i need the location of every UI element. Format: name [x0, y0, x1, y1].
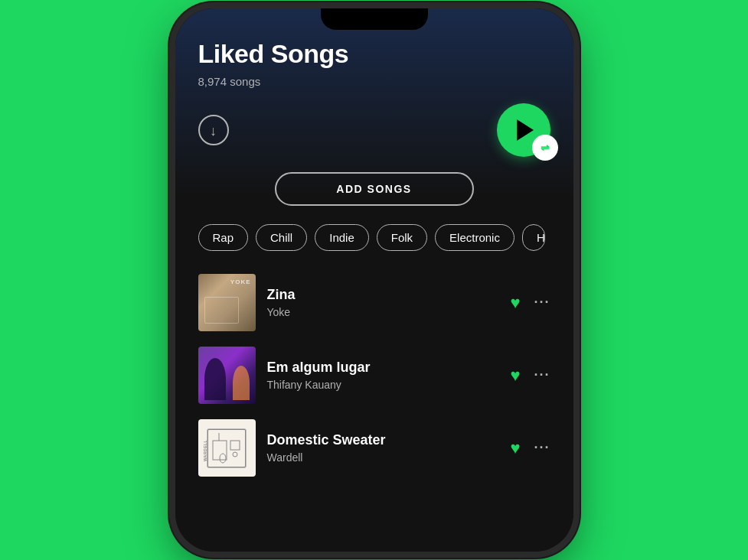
top-controls: ↓ ⇌ [198, 103, 550, 157]
more-button-domestic-sweater[interactable]: ··· [534, 440, 550, 456]
song-actions-domestic-sweater: ♥ ··· [510, 438, 550, 458]
song-title-zina: Zina [267, 287, 499, 303]
phone-frame: Liked Songs 8,974 songs ↓ ⇌ ADD SONGS [175, 8, 573, 552]
play-icon [517, 119, 534, 141]
domestic-art-svg [204, 425, 250, 471]
download-button[interactable]: ↓ [198, 115, 229, 145]
album-art-domestic-sweater: WARDELL [198, 419, 256, 477]
song-title-domestic-sweater: Domestic Sweater [267, 432, 499, 448]
song-info-em-algum-lugar: Em algum lugar Thifany Kauany [267, 360, 499, 391]
song-artist-domestic-sweater: Wardell [267, 451, 499, 464]
download-icon: ↓ [210, 124, 217, 138]
svg-point-4 [233, 452, 237, 457]
add-songs-button[interactable]: ADD SONGS [275, 172, 474, 206]
album-art-zina [198, 274, 256, 331]
song-item-zina[interactable]: Zina Yoke ♥ ··· [198, 266, 550, 339]
song-title-em-algum-lugar: Em algum lugar [267, 360, 499, 376]
more-button-zina[interactable]: ··· [534, 295, 550, 311]
page-title: Liked Songs [198, 39, 550, 69]
genre-chip-electronic[interactable]: Electronic [435, 224, 514, 251]
svg-rect-0 [207, 429, 246, 467]
genre-chip-indie[interactable]: Indie [315, 224, 369, 251]
genre-chip-rap[interactable]: Rap [198, 224, 249, 251]
genre-filter-bar: Rap Chill Indie Folk Electronic H [198, 224, 550, 251]
like-button-em-algum-lugar[interactable]: ♥ [510, 366, 520, 386]
genre-chip-folk[interactable]: Folk [377, 224, 427, 251]
song-item-domestic-sweater[interactable]: WARDELL Domestic Swea [198, 412, 550, 484]
genre-chip-h[interactable]: H [522, 224, 545, 251]
shuffle-icon: ⇌ [541, 142, 550, 154]
album-art-em-algum-lugar [198, 347, 256, 404]
song-actions-em-algum-lugar: ♥ ··· [510, 366, 550, 386]
genre-chip-chill[interactable]: Chill [256, 224, 307, 251]
phone-notch [321, 8, 428, 30]
song-count: 8,974 songs [198, 75, 550, 88]
svg-rect-1 [213, 441, 227, 460]
song-info-zina: Zina Yoke [267, 287, 499, 318]
svg-point-5 [220, 454, 226, 463]
shuffle-button[interactable]: ⇌ [532, 135, 558, 161]
song-artist-zina: Yoke [267, 306, 499, 318]
play-shuffle-group: ⇌ [497, 103, 550, 157]
main-content: Liked Songs 8,974 songs ↓ ⇌ ADD SONGS [175, 8, 573, 552]
song-list: Zina Yoke ♥ ··· Em algum lugar [198, 266, 550, 484]
phone-screen: Liked Songs 8,974 songs ↓ ⇌ ADD SONGS [175, 8, 573, 552]
like-button-zina[interactable]: ♥ [510, 293, 520, 313]
svg-rect-2 [230, 441, 240, 450]
song-artist-em-algum-lugar: Thifany Kauany [267, 379, 499, 391]
more-button-em-algum-lugar[interactable]: ··· [534, 367, 550, 383]
song-actions-zina: ♥ ··· [510, 293, 550, 313]
song-info-domestic-sweater: Domestic Sweater Wardell [267, 432, 499, 464]
song-item-em-algum-lugar[interactable]: Em algum lugar Thifany Kauany ♥ ··· [198, 339, 550, 412]
like-button-domestic-sweater[interactable]: ♥ [510, 438, 520, 458]
